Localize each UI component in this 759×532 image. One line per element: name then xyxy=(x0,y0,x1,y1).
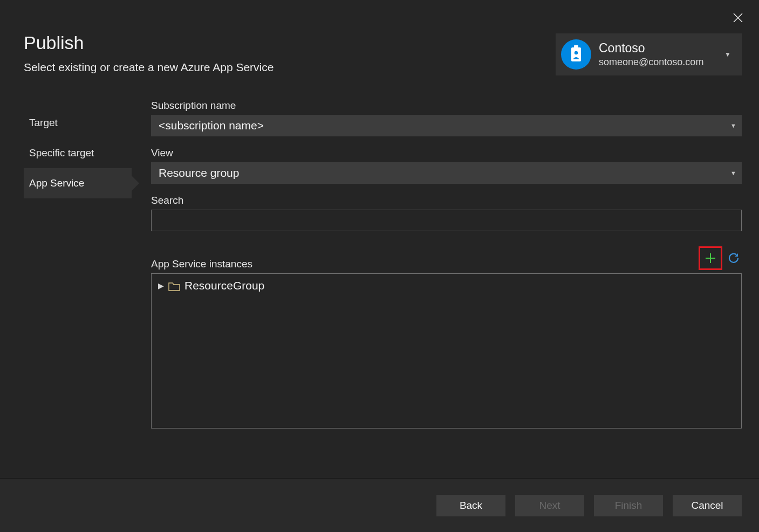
instances-header: App Service instances xyxy=(151,246,742,270)
search-field: Search xyxy=(151,195,742,231)
refresh-button[interactable] xyxy=(726,250,742,266)
account-avatar-icon xyxy=(561,39,591,70)
step-label: Specific target xyxy=(29,147,94,159)
view-field: View Resource group ▼ xyxy=(151,147,742,184)
account-email: someone@contoso.com xyxy=(599,57,724,68)
step-specific-target[interactable]: Specific target xyxy=(24,138,132,168)
expand-icon[interactable]: ▶ xyxy=(158,281,164,290)
step-label: Target xyxy=(29,117,58,129)
publish-dialog: Publish Select existing or create a new … xyxy=(0,0,759,532)
add-app-service-button[interactable] xyxy=(699,246,722,270)
account-text: Contoso someone@contoso.com xyxy=(599,41,724,67)
instances-label: App Service instances xyxy=(151,258,252,270)
chevron-down-icon: ▼ xyxy=(730,122,736,129)
step-app-service[interactable]: App Service xyxy=(24,168,132,198)
subscription-value: <subscription name> xyxy=(159,119,264,132)
subscription-dropdown[interactable]: <subscription name> ▼ xyxy=(151,115,742,136)
close-button[interactable] xyxy=(733,12,743,26)
svg-point-4 xyxy=(575,51,578,54)
view-dropdown[interactable]: Resource group ▼ xyxy=(151,162,742,184)
account-picker[interactable]: Contoso someone@contoso.com ▼ xyxy=(556,33,742,75)
svg-rect-3 xyxy=(574,45,578,49)
finish-button: Finish xyxy=(594,495,663,516)
refresh-icon xyxy=(727,252,740,265)
search-input[interactable] xyxy=(151,210,742,231)
chevron-down-icon: ▼ xyxy=(724,51,731,58)
next-button: Next xyxy=(515,495,584,516)
folder-icon xyxy=(168,281,180,291)
dialog-body: Target Specific target App Service Subsc… xyxy=(24,100,742,457)
instances-actions xyxy=(699,246,742,270)
main-form: Subscription name <subscription name> ▼ … xyxy=(132,100,742,457)
chevron-down-icon: ▼ xyxy=(730,170,736,176)
subscription-field: Subscription name <subscription name> ▼ xyxy=(151,100,742,136)
step-target[interactable]: Target xyxy=(24,108,132,138)
search-label: Search xyxy=(151,195,742,206)
tree-item-resourcegroup[interactable]: ▶ ResourceGroup xyxy=(158,279,735,292)
dialog-footer: Back Next Finish Cancel xyxy=(0,478,759,532)
tree-item-label: ResourceGroup xyxy=(184,279,264,292)
wizard-steps: Target Specific target App Service xyxy=(24,100,132,457)
app-service-tree[interactable]: ▶ ResourceGroup xyxy=(151,273,742,429)
cancel-button[interactable]: Cancel xyxy=(673,495,742,516)
back-button[interactable]: Back xyxy=(436,495,505,516)
account-name: Contoso xyxy=(599,41,724,55)
view-value: Resource group xyxy=(159,167,239,179)
subscription-label: Subscription name xyxy=(151,100,742,112)
plus-icon xyxy=(704,252,717,265)
step-label: App Service xyxy=(29,177,84,189)
view-label: View xyxy=(151,147,742,159)
